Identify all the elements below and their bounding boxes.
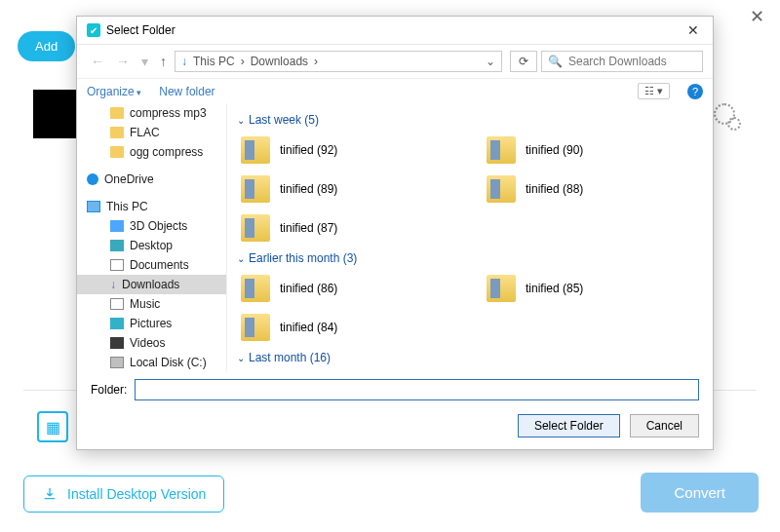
app-icon: ✔ bbox=[87, 23, 100, 37]
install-label: Install Desktop Version bbox=[67, 486, 206, 502]
video-output-icon[interactable]: ▦ bbox=[37, 411, 68, 442]
folder-label: tinified (92) bbox=[280, 143, 337, 157]
add-button[interactable]: Add bbox=[18, 31, 75, 61]
group-header[interactable]: Earlier this month (3) bbox=[237, 246, 703, 271]
tree-item-onedrive[interactable]: OneDrive bbox=[77, 170, 226, 189]
docs-icon bbox=[110, 259, 124, 271]
pics-icon bbox=[110, 318, 124, 329]
tree-item-documents[interactable]: Documents bbox=[77, 255, 226, 275]
music-icon bbox=[110, 298, 124, 310]
disk-icon bbox=[110, 357, 124, 368]
folder-content[interactable]: Last week (5)tinified (92)tinified (90)t… bbox=[227, 103, 713, 371]
organize-menu[interactable]: Organize bbox=[87, 85, 141, 98]
folder-label: tinified (87) bbox=[280, 221, 337, 235]
help-icon[interactable]: ? bbox=[687, 84, 703, 99]
folder-item[interactable]: tinified (92) bbox=[241, 133, 457, 168]
tree-item-this-pc[interactable]: This PC bbox=[77, 197, 226, 216]
tree-item-flac[interactable]: FLAC bbox=[77, 123, 226, 142]
3d-icon bbox=[110, 220, 124, 232]
tree-item-label: Local Disk (C:) bbox=[130, 356, 207, 369]
folder-field-row: Folder: bbox=[77, 371, 713, 408]
folder-item[interactable]: tinified (90) bbox=[487, 133, 703, 168]
tree-item-compress-mp3[interactable]: compress mp3 bbox=[77, 103, 226, 123]
tree-item-label: compress mp3 bbox=[130, 106, 207, 120]
tree-item-label: Desktop bbox=[130, 239, 173, 252]
address-bar-row: ← → ▾ ↑ ↓ This PC › Downloads › ⌄ ⟳ 🔍 Se… bbox=[77, 45, 713, 79]
tree-item-ogg-compress[interactable]: ogg compress bbox=[77, 142, 226, 162]
nav-up-icon[interactable]: ↑ bbox=[156, 54, 171, 69]
tree-item-3d-objects[interactable]: 3D Objects bbox=[77, 216, 226, 236]
close-icon[interactable]: ✕ bbox=[683, 22, 703, 38]
search-input[interactable]: 🔍 Search Downloads bbox=[541, 51, 703, 72]
folder-icon bbox=[487, 275, 516, 302]
dialog-title: Select Folder bbox=[106, 23, 176, 37]
folder-icon bbox=[110, 127, 124, 138]
video-icon bbox=[110, 337, 124, 349]
tree-item-music[interactable]: Music bbox=[77, 294, 226, 314]
tree-item-videos[interactable]: Videos bbox=[77, 333, 226, 353]
dialog-buttons: Select Folder Cancel bbox=[77, 408, 713, 449]
desktop-icon bbox=[110, 240, 124, 251]
pc-icon bbox=[87, 201, 100, 212]
folder-icon bbox=[241, 136, 270, 164]
path-root[interactable]: This PC bbox=[193, 55, 235, 68]
folder-item[interactable]: tinified (88) bbox=[487, 171, 703, 207]
tree-item-label: 3D Objects bbox=[130, 219, 187, 233]
tree-item-label: Music bbox=[130, 297, 160, 311]
settings-icon[interactable] bbox=[714, 103, 735, 125]
search-icon: 🔍 bbox=[548, 55, 563, 68]
tree-item-label: Downloads bbox=[122, 278, 179, 291]
select-folder-button[interactable]: Select Folder bbox=[518, 414, 620, 437]
folder-label: tinified (86) bbox=[280, 282, 337, 295]
app-close-icon[interactable]: ✕ bbox=[750, 6, 764, 27]
folder-icon bbox=[241, 175, 270, 203]
path-sep: › bbox=[314, 55, 318, 68]
folder-label: tinified (85) bbox=[526, 282, 583, 295]
folder-icon bbox=[241, 214, 270, 242]
new-folder-button[interactable]: New folder bbox=[159, 85, 214, 98]
folder-icon bbox=[241, 275, 270, 302]
view-mode-button[interactable]: ☷ ▾ bbox=[638, 83, 670, 99]
media-thumbnail[interactable] bbox=[33, 90, 78, 138]
folder-item[interactable]: tinified (87) bbox=[241, 210, 457, 246]
group-header[interactable]: Last week (5) bbox=[237, 107, 703, 133]
tree-item-label: FLAC bbox=[130, 126, 160, 139]
path-dropdown-icon[interactable]: ⌄ bbox=[486, 55, 495, 68]
folder-icon bbox=[487, 136, 516, 164]
folder-item[interactable]: tinified (84) bbox=[241, 310, 457, 345]
search-placeholder: Search Downloads bbox=[568, 55, 667, 68]
dialog-titlebar: ✔ Select Folder ✕ bbox=[77, 17, 713, 45]
folder-label: tinified (90) bbox=[526, 143, 583, 157]
folder-label: tinified (88) bbox=[526, 182, 583, 196]
dialog-body: compress mp3FLACogg compressOneDriveThis… bbox=[77, 103, 713, 371]
tree-item-label: Pictures bbox=[130, 317, 172, 330]
folder-field-label: Folder: bbox=[91, 383, 127, 397]
tree-item-label: Videos bbox=[130, 336, 165, 350]
folder-icon bbox=[487, 175, 516, 203]
nav-back-icon[interactable]: ← bbox=[87, 54, 108, 69]
cancel-button[interactable]: Cancel bbox=[630, 414, 699, 437]
folder-tree[interactable]: compress mp3FLACogg compressOneDriveThis… bbox=[77, 103, 227, 371]
address-bar[interactable]: ↓ This PC › Downloads › ⌄ bbox=[175, 51, 502, 72]
tree-item-label: Documents bbox=[130, 258, 189, 272]
tree-item-label: OneDrive bbox=[104, 172, 154, 186]
install-desktop-button[interactable]: Install Desktop Version bbox=[23, 475, 224, 513]
tree-item-label: This PC bbox=[106, 200, 148, 213]
folder-label: tinified (89) bbox=[280, 182, 337, 196]
tree-item-pictures[interactable]: Pictures bbox=[77, 314, 226, 333]
folder-name-input[interactable] bbox=[135, 379, 699, 400]
path-current[interactable]: Downloads bbox=[251, 55, 308, 68]
download-icon bbox=[42, 486, 58, 502]
onedrive-icon bbox=[87, 173, 98, 185]
convert-button[interactable]: Convert bbox=[641, 473, 759, 513]
folder-item[interactable]: tinified (85) bbox=[487, 271, 703, 306]
recent-dropdown-icon[interactable]: ▾ bbox=[137, 54, 152, 69]
folder-item[interactable]: tinified (89) bbox=[241, 171, 457, 207]
group-header[interactable]: Last month (16) bbox=[237, 345, 703, 370]
tree-item-desktop[interactable]: Desktop bbox=[77, 236, 226, 255]
refresh-button[interactable]: ⟳ bbox=[510, 51, 537, 72]
down-icon: ↓ bbox=[110, 278, 116, 291]
tree-item-downloads[interactable]: ↓Downloads bbox=[77, 275, 226, 294]
folder-item[interactable]: tinified (86) bbox=[241, 271, 457, 306]
tree-item-local-disk-c-[interactable]: Local Disk (C:) bbox=[77, 353, 226, 371]
